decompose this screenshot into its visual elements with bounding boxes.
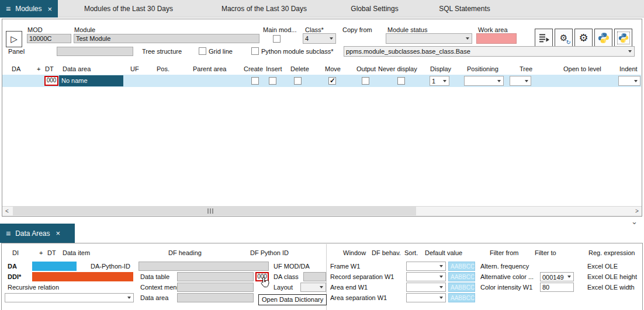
frame-w1-color-field[interactable]: AABBCC xyxy=(448,262,475,271)
settings-button[interactable]: ⚙ xyxy=(574,29,593,47)
layout-label: Layout xyxy=(273,284,293,291)
da-class-field[interactable] xyxy=(303,272,326,281)
output-checkbox[interactable] xyxy=(362,77,369,85)
col-data-area: Data area xyxy=(63,65,91,72)
app-window: ≡ Modules × Modules of the Last 30 Days … xyxy=(0,0,644,310)
scrollbar-grip-icon xyxy=(207,208,213,214)
col-data-item: Data item xyxy=(63,249,90,256)
layout-select[interactable] xyxy=(300,283,326,292)
class-select[interactable]: 4 xyxy=(303,33,336,44)
color-intensity-w1-field[interactable]: 80 xyxy=(540,283,574,292)
module-name-field[interactable]: Test Module xyxy=(74,34,259,43)
record-separation-w1-color-field[interactable]: AABBCC xyxy=(448,272,475,281)
tab-sql-statements[interactable]: SQL Statements xyxy=(427,0,503,18)
tab-data-areas[interactable]: ≡ Data Areas × xyxy=(0,224,75,243)
python-macro-button[interactable] xyxy=(594,29,612,47)
tab-macros-last-30-days[interactable]: Macros of the Last 30 Days xyxy=(206,0,323,18)
grid-line-label: Grid line xyxy=(209,48,233,55)
delete-checkbox[interactable] xyxy=(294,77,302,85)
data-area-field[interactable] xyxy=(177,293,254,302)
tab-menu-icon[interactable]: ≡ xyxy=(6,229,11,238)
col-indent: Indent xyxy=(619,65,638,72)
col-da: DA xyxy=(12,65,20,72)
collapse-panel-chevron-icon[interactable]: ⌄ xyxy=(631,218,638,225)
positioning-select[interactable] xyxy=(464,76,504,86)
mouse-cursor-icon xyxy=(261,277,269,290)
mod-label: MOD xyxy=(27,26,43,33)
panel-field[interactable] xyxy=(57,47,133,56)
tab-menu-icon[interactable]: ≡ xyxy=(6,5,11,13)
scroll-left-button[interactable]: < xyxy=(2,207,12,215)
col-display: Display xyxy=(430,65,451,72)
color-intensity-w1-label: Color intensity W1 xyxy=(480,284,532,291)
col-never-display: Never display xyxy=(378,65,417,72)
excel-ole-label: Excel OLE xyxy=(587,263,618,270)
python-subclass-checkbox[interactable] xyxy=(251,47,259,55)
frame-w1-select[interactable] xyxy=(406,262,446,271)
record-separation-w1-select[interactable] xyxy=(406,272,446,281)
area-end-w1-select[interactable] xyxy=(406,283,446,292)
create-checkbox[interactable] xyxy=(251,77,259,85)
never-display-checkbox[interactable] xyxy=(397,77,405,85)
python-icon xyxy=(618,33,629,43)
frame-w1-label: Frame W1 xyxy=(330,263,360,270)
context-menu-label: Context menu xyxy=(140,284,180,291)
mod-field[interactable]: 10000C xyxy=(27,34,71,43)
move-checkbox[interactable] xyxy=(328,77,336,85)
tab-modules[interactable]: ≡ Modules × xyxy=(0,0,58,18)
settings-transfer-button[interactable]: ⚙ ↻ xyxy=(555,29,573,47)
row-dt-cell[interactable]: 000 xyxy=(44,76,58,86)
area-separation-w1-select[interactable] xyxy=(406,293,446,302)
area-end-w1-color-field[interactable]: AABBCC xyxy=(448,283,475,292)
scroll-right-button[interactable]: > xyxy=(632,207,642,215)
insert-checkbox[interactable] xyxy=(269,77,276,85)
col-dt: DT xyxy=(47,249,56,256)
python-icon xyxy=(598,32,610,44)
module-status-select[interactable] xyxy=(386,33,472,44)
excel-ole-width-label: Excel OLE width xyxy=(587,284,635,291)
display-select[interactable]: 1 xyxy=(430,76,449,86)
col-delete: Delete xyxy=(290,65,309,72)
main-mod-checkbox[interactable] xyxy=(273,35,281,43)
add-item-button[interactable]: + xyxy=(39,249,43,256)
recursive-relation-select[interactable] xyxy=(5,293,134,302)
python-subclass-select[interactable]: ppms.module_subclasses.base_class.Base xyxy=(344,46,635,57)
recursive-relation-label: Recursive relation xyxy=(8,284,59,291)
tab-close-icon[interactable]: × xyxy=(56,229,61,237)
data-table-field[interactable] xyxy=(177,272,254,281)
alternative-color-select[interactable]: 000149 xyxy=(540,272,574,281)
indent-select[interactable] xyxy=(618,76,640,86)
module-label: Module xyxy=(74,26,95,33)
col-default-value: Default value xyxy=(425,249,462,256)
col-positioning: Positioning xyxy=(467,65,498,72)
tab-global-settings[interactable]: Global Settings xyxy=(338,0,411,18)
col-reg-expression: Reg. expression xyxy=(588,249,635,256)
col-df-heading: DF heading xyxy=(168,249,202,256)
row-data-area-cell[interactable]: No name xyxy=(59,75,123,86)
run-module-button[interactable]: ▷ xyxy=(6,31,22,47)
da-value-field[interactable] xyxy=(32,262,77,271)
work-area-field[interactable] xyxy=(476,33,517,44)
area-separation-w1-label: Area separation W1 xyxy=(330,294,387,301)
col-sort: Sort. xyxy=(404,249,418,256)
tree-select[interactable] xyxy=(510,76,531,86)
tab-close-icon[interactable]: × xyxy=(48,5,53,13)
tab-data-areas-label: Data Areas xyxy=(15,229,50,238)
col-open-to-level: Open to level xyxy=(563,65,601,72)
python-module-button[interactable] xyxy=(614,29,632,47)
col-tree: Tree xyxy=(520,65,532,72)
grid-line-checkbox[interactable] xyxy=(199,47,206,55)
tab-modules-last-30-days[interactable]: Modules of the Last 30 Days xyxy=(67,0,191,18)
col-di: DI xyxy=(12,249,19,256)
col-window: Window xyxy=(343,249,366,256)
context-menu-field[interactable] xyxy=(177,283,254,292)
area-end-w1-label: Area end W1 xyxy=(330,284,368,291)
area-separation-w1-color-field[interactable]: AABBCC xyxy=(448,293,475,302)
scrollbar-thumb[interactable] xyxy=(13,207,416,215)
ddi-value-field[interactable] xyxy=(32,272,133,281)
da-python-id-field[interactable] xyxy=(139,262,269,271)
col-insert: Insert xyxy=(266,65,282,72)
module-list-run-button[interactable] xyxy=(535,29,553,47)
add-row-button[interactable]: + xyxy=(37,65,40,72)
excel-ole-height-label: Excel OLE height xyxy=(587,273,637,280)
